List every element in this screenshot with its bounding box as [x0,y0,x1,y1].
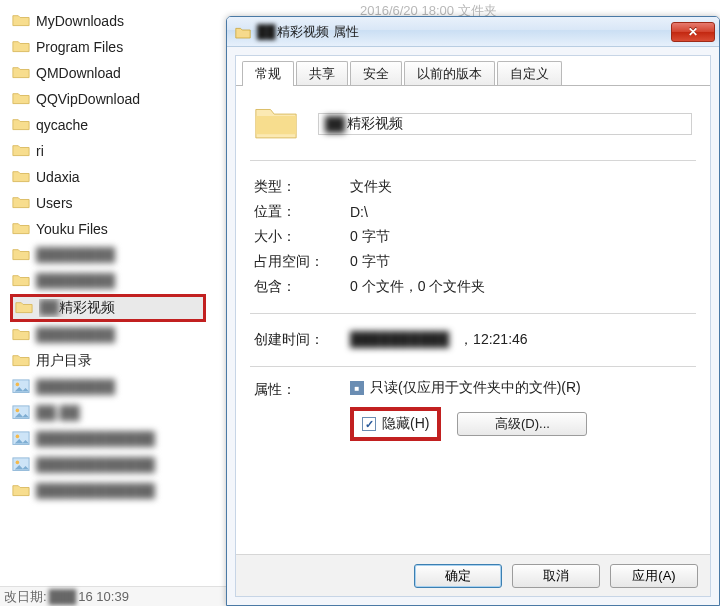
readonly-checkbox-label: 只读(仅应用于文件夹中的文件)(R) [370,379,581,397]
image-icon [12,379,30,395]
list-item[interactable]: Program Files [10,34,240,60]
list-item-label: ██.██ [36,405,80,421]
list-item-label: Youku Files [36,221,108,237]
svg-point-7 [16,461,20,465]
svg-point-1 [16,383,20,387]
folder-icon [12,39,30,55]
list-item[interactable]: ████████ [10,268,240,294]
list-item[interactable]: ██.██ [10,400,240,426]
list-item[interactable]: ri [10,138,240,164]
hidden-checkbox[interactable]: 隐藏(H) [362,415,429,433]
list-item-label: QMDownload [36,65,121,81]
list-item[interactable]: Users [10,190,240,216]
list-item-label: 用户目录 [36,352,92,370]
list-item[interactable]: ████████ [10,374,240,400]
list-item[interactable]: ████████ [10,242,240,268]
tab-previous-versions[interactable]: 以前的版本 [404,61,495,85]
type-value: 文件夹 [350,178,692,196]
folder-icon [12,327,30,343]
list-item-label: ████████ [36,379,115,395]
folder-icon [12,13,30,29]
tab-customize[interactable]: 自定义 [497,61,562,85]
svg-point-3 [16,409,20,413]
list-item-label: ████████████ [36,483,155,499]
status-date-blur: ███ [49,589,77,604]
highlight-box: 隐藏(H) [350,407,441,441]
folder-icon [15,300,33,316]
folder-name-row: ██ 精彩视频 [250,98,696,161]
list-item[interactable]: ██精彩视频 [10,294,206,322]
explorer-file-list: MyDownloadsProgram FilesQMDownloadQQVipD… [0,0,240,606]
list-item-label: MyDownloads [36,13,124,29]
size-value: 0 字节 [350,228,692,246]
checkbox-icon [350,381,364,395]
readonly-checkbox[interactable]: 只读(仅应用于文件夹中的文件)(R) [350,379,692,397]
folder-icon [12,221,30,237]
location-label: 位置： [254,203,350,221]
tab-content: ██ 精彩视频 类型： 文件夹 位置： D:\ 大小： 0 字节 占用空间： 0… [236,86,710,453]
folder-icon [12,143,30,159]
tab-security[interactable]: 安全 [350,61,402,85]
size-on-disk-label: 占用空间： [254,253,350,271]
folder-icon [12,117,30,133]
close-button[interactable]: ✕ [671,22,715,42]
list-item-label: ████████ [36,327,115,343]
status-prefix: 改日期: [4,588,47,606]
folder-icon [12,195,30,211]
folder-icon [235,25,251,39]
attributes-label: 属性： [254,379,350,399]
list-item[interactable]: Youku Files [10,216,240,242]
list-item-label: ████████████ [36,457,155,473]
titlebar[interactable]: ██ 精彩视频 属性 ✕ [227,17,719,47]
dialog-body: 常规 共享 安全 以前的版本 自定义 ██ 精彩视频 类型： [235,55,711,597]
list-item-label: ████████ [36,247,115,263]
apply-button[interactable]: 应用(A) [610,564,698,588]
created-label: 创建时间： [254,331,350,349]
cancel-button[interactable]: 取消 [512,564,600,588]
list-item[interactable]: Udaxia [10,164,240,190]
dialog-button-bar: 确定 取消 应用(A) [236,554,710,596]
list-item-label: ri [36,143,44,159]
list-item-label: qycache [36,117,88,133]
list-item-label: ████████ [36,273,115,289]
hidden-checkbox-label: 隐藏(H) [382,415,429,433]
folder-name-input[interactable]: ██ 精彩视频 [318,113,692,135]
image-icon [12,431,30,447]
tab-strip: 常规 共享 安全 以前的版本 自定义 [236,56,710,86]
image-icon [12,405,30,421]
list-item-label: ██精彩视频 [39,299,115,317]
list-item-label: Users [36,195,73,211]
tab-sharing[interactable]: 共享 [296,61,348,85]
ok-button[interactable]: 确定 [414,564,502,588]
folder-icon [12,247,30,263]
contains-value: 0 个文件，0 个文件夹 [350,278,692,296]
dialog-title: ██ 精彩视频 属性 [257,23,359,41]
folder-icon [254,104,298,144]
size-label: 大小： [254,228,350,246]
list-item[interactable]: MyDownloads [10,8,240,34]
created-value: ██████████ ，12:21:46 [350,331,692,349]
list-item[interactable]: QMDownload [10,60,240,86]
list-item-label: ████████████ [36,431,155,447]
folder-icon [12,483,30,499]
advanced-button[interactable]: 高级(D)... [457,412,587,436]
list-item-label: Udaxia [36,169,80,185]
folder-icon [12,91,30,107]
folder-icon [12,353,30,369]
list-item[interactable]: QQVipDownload [10,86,240,112]
status-bar: 改日期: ███ 16 10:39 [0,586,240,606]
close-icon: ✕ [688,25,698,39]
svg-point-5 [16,435,20,439]
tab-general[interactable]: 常规 [242,61,294,86]
list-item[interactable]: ████████████ [10,452,240,478]
list-item[interactable]: ████████████ [10,426,240,452]
properties-dialog: ██ 精彩视频 属性 ✕ 常规 共享 安全 以前的版本 自定义 [226,16,720,606]
contains-label: 包含： [254,278,350,296]
image-icon [12,457,30,473]
list-item[interactable]: 用户目录 [10,348,240,374]
type-label: 类型： [254,178,350,196]
checkbox-icon [362,417,376,431]
list-item[interactable]: ████████████ [10,478,240,504]
list-item[interactable]: qycache [10,112,240,138]
list-item[interactable]: ████████ [10,322,240,348]
